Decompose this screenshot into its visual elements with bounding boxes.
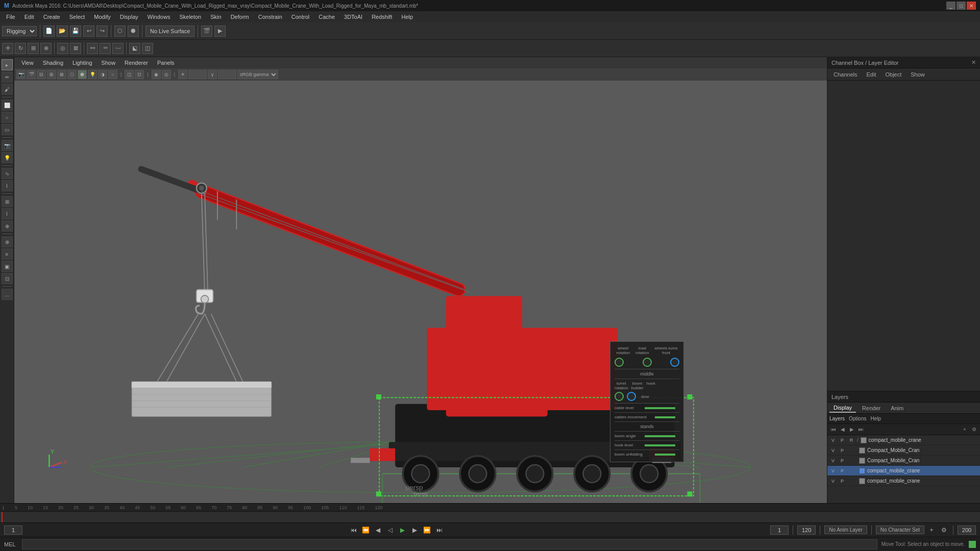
vp-menu-panels[interactable]: Panels [153,59,179,67]
le-subtab-help[interactable]: Help [870,416,881,421]
layer-nav-next-next[interactable]: ⏭ [857,425,865,434]
mode-selector[interactable]: Rigging [2,26,37,36]
cp-btn-load[interactable] [643,358,652,367]
layer-r-0[interactable]: R [848,437,855,444]
cb-tab-show[interactable]: Show [906,70,929,79]
play-back-btn[interactable]: ◁ [385,525,396,535]
menu-3dtoa[interactable]: 3DToAI [340,13,366,21]
mel-input[interactable] [22,539,877,549]
le-subtab-options[interactable]: Options [849,416,866,421]
layer-v-2[interactable]: V [829,457,837,464]
sculpt-btn[interactable]: 🖌 [2,84,13,95]
step-back-btn[interactable]: ⏪ [361,525,371,535]
cluster-btn[interactable]: ⬕ [129,43,140,54]
layer-nav-prev-prev[interactable]: ⏮ [829,425,838,434]
menu-skeleton[interactable]: Skeleton [175,13,205,21]
vp-ao-btn[interactable]: ○ [108,70,117,79]
lattice-btn[interactable]: ⊠ [70,43,81,54]
redo-btn[interactable]: ↪ [96,26,108,37]
light-btn[interactable]: 💡 [2,152,13,163]
render-btn[interactable]: 🎬 [201,26,212,37]
menu-select[interactable]: Select [65,13,89,21]
vp-color-btn[interactable]: ◉ [152,70,161,79]
menu-file[interactable]: File [2,13,19,21]
no-anim-layer-btn[interactable]: No Anim Layer [824,525,867,534]
vp-menu-renderer[interactable]: Renderer [120,59,152,67]
no-character-set-btn[interactable]: No Character Set [876,525,924,534]
vp-iso-btn[interactable]: ◫ [125,70,134,79]
menu-skin[interactable]: Skin [206,13,225,21]
close-button[interactable]: ✕ [967,2,976,10]
le-tab-anim[interactable]: Anim [887,404,908,412]
channel-box-close-icon[interactable]: ✕ [971,59,976,66]
layer-p-3[interactable]: P [839,467,846,474]
vp-camera-btn[interactable]: 📷 [16,70,26,79]
cp-slider-boom-angle[interactable] [645,435,675,437]
layer-p-0[interactable]: P [839,437,846,444]
no-live-surface-btn[interactable]: No Live Surface [145,26,194,37]
menu-windows[interactable]: Windows [143,13,175,21]
vp-hud-btn[interactable]: ⊠ [57,70,66,79]
layer-p-4[interactable]: P [839,478,846,485]
go-end-btn[interactable]: ⏭ [434,525,445,535]
cb-tab-edit[interactable]: Edit [862,70,880,79]
rotate-tool-btn[interactable]: ↻ [15,43,26,54]
timeline-track[interactable] [0,512,980,522]
snap-curve-btn[interactable]: ⌇ [2,208,13,219]
timeline-ruler[interactable]: 1 5 10 15 20 25 30 35 40 45 50 55 60 65 … [0,504,980,512]
step-fwd-btn[interactable]: ⏩ [422,525,432,535]
menu-constrain[interactable]: Constrain [254,13,286,21]
layer-nav-prev[interactable]: ◀ [839,425,847,434]
cube-btn[interactable]: ⬜ [2,99,13,111]
select-btn[interactable]: ⬡ [114,26,126,37]
menu-create[interactable]: Create [39,13,64,21]
menu-edit[interactable]: Edit [20,13,38,21]
ipr-btn[interactable]: ▶ [214,26,226,37]
layer-nav-next[interactable]: ▶ [848,425,856,434]
vp-film-btn[interactable]: 🎬 [27,70,36,79]
prev-frame-btn[interactable]: ◀ [373,525,383,535]
vp-shadow-btn[interactable]: ◑ [98,70,107,79]
cp-btn-turret[interactable] [615,392,624,401]
undo-btn[interactable]: ↩ [83,26,94,37]
ik-handle-btn[interactable]: ⚰ [100,43,111,54]
window-controls[interactable]: _ □ ✕ [946,2,976,10]
cp-slider-cable[interactable] [645,407,675,409]
layer-settings-btn[interactable]: ⚙ [970,425,978,434]
layer-btn[interactable]: ≡ [2,248,13,260]
curve-btn[interactable]: ∿ [2,168,13,179]
vp-depth-btn[interactable]: ◎ [162,70,171,79]
current-frame-input[interactable] [4,525,22,535]
sphere-btn[interactable]: ○ [2,112,13,123]
le-tab-render[interactable]: Render [858,404,885,412]
new-scene-btn[interactable]: 📄 [43,26,55,37]
cb-tab-channels[interactable]: Channels [829,70,861,79]
ik-spline-btn[interactable]: 〰 [112,43,124,54]
select-mode-btn[interactable]: ▸ [2,59,13,70]
layer-v-1[interactable]: V [829,447,837,454]
snap-point-btn[interactable]: ⊕ [2,220,13,232]
cp-slider-hook[interactable] [645,444,675,446]
nurbs-btn[interactable]: ⌇ [2,180,13,191]
layer-v-4[interactable]: V [829,478,837,485]
menu-redshift[interactable]: Redshift [368,13,396,21]
vp-menu-view[interactable]: View [17,59,38,67]
max-frame-input[interactable] [958,525,976,535]
play-fwd-btn[interactable]: ▶ [398,525,408,535]
vp-wire-btn[interactable]: ⬡ [67,70,77,79]
more-btn[interactable]: ... [2,289,13,300]
render-view-btn[interactable]: ▣ [2,261,13,272]
next-frame-btn[interactable]: ▶ [410,525,420,535]
le-tab-display[interactable]: Display [829,404,856,413]
layer-row-2[interactable]: V P Compact_Mobile_Cran [827,456,980,466]
vp-colorspace-select[interactable]: sRGB gamma [237,70,278,79]
vp-smooth-btn[interactable]: ⬢ [78,70,87,79]
layer-v-0[interactable]: V [829,437,837,444]
vp-value1-input[interactable]: 0.00 [188,70,207,79]
paint-btn[interactable]: ✏ [2,71,13,83]
char-set-settings-btn[interactable]: ⚙ [939,525,949,535]
vp-value2-input[interactable]: 1.00 [218,70,236,79]
open-btn[interactable]: 📂 [57,26,68,37]
menu-cache[interactable]: Cache [314,13,339,21]
layer-add-btn[interactable]: + [961,425,969,434]
